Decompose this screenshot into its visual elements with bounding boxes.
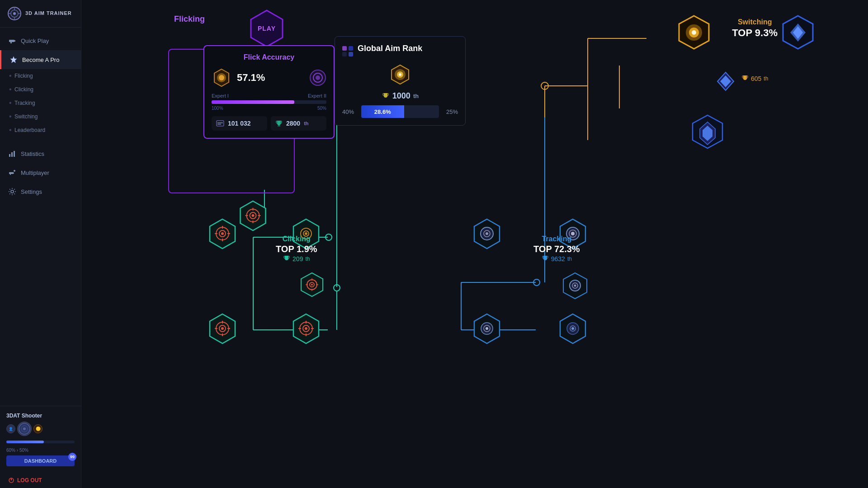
- tracking-hex-bottom-right: [556, 312, 590, 347]
- rank-bar-row: 40% 28.6% 25%: [342, 105, 458, 118]
- svg-rect-15: [13, 173, 14, 174]
- svg-marker-10: [10, 56, 17, 63]
- rank-progress-fill: [212, 100, 294, 104]
- svg-point-55: [316, 75, 320, 80]
- sidebar-item-tracking[interactable]: Tracking: [0, 96, 81, 110]
- sidebar-item-settings[interactable]: Settings: [0, 182, 81, 201]
- tracking-hex-bottom-left: [470, 312, 504, 347]
- svg-rect-13: [14, 151, 15, 157]
- clicking-hex-1: [236, 199, 270, 233]
- clicking-hex-bottom-left: [206, 312, 240, 347]
- global-rank-popup: Global Aim Rank 1000 th 40% 28.6: [335, 36, 466, 126]
- progress-from-pct: 100%: [212, 106, 223, 111]
- user-progress-bar: [6, 441, 75, 443]
- sidebar-logo: 3D AIM TRAINER: [0, 0, 81, 28]
- logout-button[interactable]: LOG OUT: [0, 473, 81, 488]
- rank-number: 1000 th: [342, 91, 458, 101]
- svg-point-120: [574, 285, 576, 287]
- grid-squares: [342, 46, 353, 56]
- svg-rect-9: [10, 42, 12, 43]
- main-content: PLAY Flicking Flick Accuracy 57.1% E: [81, 0, 868, 488]
- clicking-rank-row: 209 th: [276, 255, 317, 263]
- svg-rect-16: [10, 174, 11, 175]
- svg-point-128: [571, 327, 574, 330]
- star-icon: [9, 56, 18, 64]
- switching-hex-bottom: [687, 113, 728, 155]
- stat-row: 101 032 2800 th: [212, 116, 326, 131]
- rank-to: Expert II: [308, 93, 326, 99]
- switching-top-pct: TOP 9.3%: [732, 27, 778, 39]
- user-avatars: 👤 🟡: [6, 422, 75, 436]
- sidebar-item-switching[interactable]: Switching: [0, 110, 81, 123]
- user-name: 3DAT Shooter: [6, 413, 75, 419]
- svg-rect-58: [217, 124, 221, 125]
- switching-label-group: Switching TOP 9.3% 605 th: [732, 18, 778, 82]
- svg-point-124: [486, 327, 488, 330]
- sidebar: 3D AIM TRAINER Quick Play Become A Pro F…: [0, 0, 81, 488]
- settings-icon: [8, 188, 16, 196]
- clicking-top-pct: TOP 1.9%: [276, 244, 317, 254]
- tracking-rank: 9632: [551, 255, 565, 263]
- tracking-hex-small: [561, 271, 590, 302]
- svg-point-68: [252, 214, 255, 217]
- switching-hex-gold: [674, 14, 714, 56]
- avatar-small2: 🟡: [33, 424, 42, 433]
- sidebar-item-leaderboard[interactable]: Leaderboard: [0, 123, 81, 137]
- switching-rank-row: 605 th: [732, 75, 778, 82]
- power-icon: [8, 477, 14, 483]
- svg-point-33: [334, 285, 340, 291]
- app-title: 3D AIM TRAINER: [25, 10, 72, 16]
- svg-rect-56: [217, 121, 224, 126]
- play-count-box: 101 032: [212, 116, 267, 131]
- play-node[interactable]: PLAY: [246, 8, 287, 49]
- svg-rect-8: [14, 40, 15, 42]
- clicking-rank: 209: [292, 255, 303, 263]
- tracking-cat-title: Tracking: [533, 235, 580, 243]
- svg-rect-57: [217, 122, 223, 123]
- dashboard-button[interactable]: DASHBOARD: [6, 455, 75, 466]
- svg-point-2: [13, 12, 16, 15]
- switching-trophy-icon: [741, 75, 749, 82]
- accuracy-row: 57.1%: [212, 68, 326, 88]
- flicking-title: Flicking: [174, 14, 205, 23]
- popup-title: Flick Accuracy: [212, 53, 326, 61]
- trophy-icon: [275, 120, 283, 127]
- rank-bar-fill: 28.6%: [361, 105, 404, 118]
- sq4: [349, 52, 353, 56]
- svg-point-29: [326, 234, 332, 240]
- statistics-icon: [8, 150, 16, 158]
- clicking-rank-suffix: th: [305, 256, 310, 262]
- sidebar-item-multiplayer[interactable]: Multiplayer: [0, 163, 81, 182]
- progress-fill: [6, 441, 44, 443]
- trophy-small-icon: [382, 92, 390, 100]
- clicking-hex-bottom-right: [289, 312, 323, 347]
- rank-from: Expert I: [212, 93, 229, 99]
- tracking-trophy-icon: [542, 255, 549, 263]
- tracking-rank-suffix: th: [567, 256, 572, 262]
- sidebar-nav: Quick Play Become A Pro Flicking Clickin…: [0, 28, 81, 406]
- svg-point-88: [311, 284, 313, 286]
- sidebar-item-quick-play[interactable]: Quick Play: [0, 31, 81, 50]
- sidebar-item-become-pro[interactable]: Become A Pro: [0, 50, 81, 69]
- tracking-label: Tracking: [14, 100, 35, 106]
- clicking-hex-2: [206, 217, 240, 253]
- bar-right-label: 25%: [442, 108, 458, 115]
- sidebar-item-flicking[interactable]: Flicking: [0, 69, 81, 83]
- clicking-label: Clicking: [14, 86, 33, 93]
- tracking-label-group: Tracking TOP 72.3% 9632 th: [533, 235, 580, 263]
- quick-play-label: Quick Play: [21, 38, 49, 44]
- sidebar-item-statistics[interactable]: Statistics: [0, 144, 81, 163]
- become-pro-label: Become A Pro: [22, 56, 59, 63]
- svg-point-21: [23, 427, 26, 430]
- sidebar-item-clicking[interactable]: Clicking: [0, 83, 81, 96]
- switching-hex-diamond: [778, 14, 818, 56]
- leaderboard-label: Leaderboard: [14, 127, 45, 133]
- clicking-node: [236, 199, 270, 229]
- svg-rect-11: [9, 154, 10, 157]
- switching-rank-suffix: th: [764, 75, 768, 82]
- tracking-hex-1: [470, 217, 504, 253]
- clicking-label-group: Clicking TOP 1.9% 209 th: [276, 235, 317, 263]
- svg-point-64: [399, 73, 401, 76]
- global-rank-icon: [342, 63, 458, 88]
- notification-badge: 99: [68, 453, 76, 461]
